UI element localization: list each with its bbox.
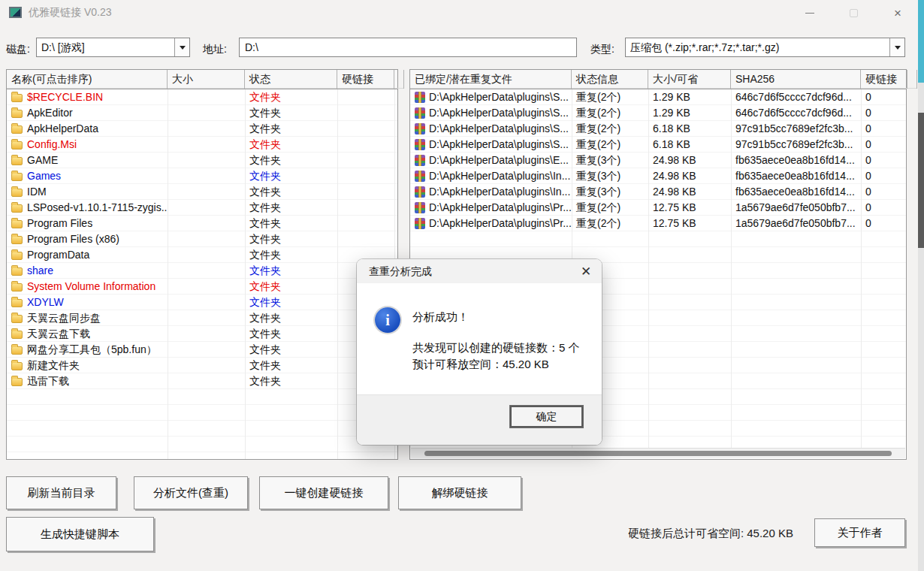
- column-header[interactable]: SHA256: [731, 70, 861, 89]
- generate-script-button[interactable]: 生成快捷键脚本: [6, 517, 154, 551]
- app-icon: [9, 7, 22, 18]
- file-path-cell: D:\ApkHelperData\plugins\Pr...: [410, 216, 572, 231]
- background-fragment: [918, 113, 924, 248]
- column-header[interactable]: 已绑定/潜在重复文件: [410, 70, 572, 89]
- table-row[interactable]: ApkHelperData文件夹: [7, 121, 397, 137]
- folder-name-cell: Games: [7, 168, 168, 184]
- table-row[interactable]: IDM文件夹: [7, 184, 397, 200]
- archive-icon-clasp: [418, 107, 421, 119]
- file-path-cell: D:\ApkHelperData\plugins\S...: [410, 137, 572, 153]
- folder-icon: [11, 362, 23, 370]
- table-row[interactable]: 新建文件夹文件夹: [7, 358, 397, 373]
- table-row[interactable]: D:\ApkHelperData\plugins\E...重复(3个)24.98…: [410, 153, 906, 168]
- table-row[interactable]: GAME文件夹: [7, 153, 397, 168]
- table-row[interactable]: D:\ApkHelperData\plugins\Pr...重复(2个)12.7…: [410, 200, 906, 216]
- column-header[interactable]: 硬链接: [861, 70, 907, 89]
- table-row[interactable]: share文件夹: [7, 263, 397, 279]
- status-info-cell: 重复(3个): [572, 184, 648, 200]
- table-row[interactable]: ApkEditor文件夹: [7, 105, 397, 121]
- table-row[interactable]: D:\ApkHelperData\plugins\In...重复(3个)24.9…: [410, 168, 906, 184]
- address-label: 地址:: [203, 43, 227, 56]
- folder-icon: [11, 157, 23, 165]
- folder-icon: [11, 346, 23, 355]
- table-row[interactable]: 网盘分享工具包（5pb.fun）文件夹: [7, 342, 397, 358]
- folder-icon: [11, 315, 23, 323]
- folder-name: 迅雷下载: [27, 373, 69, 389]
- table-row[interactable]: D:\ApkHelperData\plugins\S...重复(2个)6.18 …: [410, 137, 906, 153]
- size-cell: 1.29 KB: [648, 89, 731, 105]
- maximize-button[interactable]: [836, 0, 871, 26]
- horizontal-scrollbar[interactable]: [411, 448, 905, 458]
- archive-icon-clasp: [418, 92, 421, 103]
- dialog-detail-line2: 预计可释放空间：45.20 KB: [412, 358, 549, 372]
- folder-name: ApkEditor: [27, 105, 73, 121]
- table-row[interactable]: Games文件夹: [7, 168, 397, 184]
- minimize-button[interactable]: [793, 0, 827, 26]
- folder-icon: [11, 236, 23, 244]
- chevron-down-icon[interactable]: [889, 38, 904, 56]
- file-path: D:\ApkHelperData\plugins\Pr...: [429, 200, 572, 216]
- table-row[interactable]: 天翼云盘同步盘文件夹: [7, 310, 397, 326]
- size-cell: [168, 310, 245, 326]
- column-header[interactable]: 名称(可点击排序): [7, 70, 168, 89]
- table-row[interactable]: XDYLW文件夹: [7, 295, 397, 310]
- file-path: D:\ApkHelperData\plugins\Pr...: [429, 216, 572, 231]
- column-header[interactable]: 大小/可省: [648, 70, 731, 89]
- dialog-close-button[interactable]: ✕: [576, 262, 596, 280]
- table-row[interactable]: 迅雷下载文件夹: [7, 373, 397, 389]
- file-path-cell: D:\ApkHelperData\plugins\In...: [410, 168, 572, 184]
- table-row[interactable]: Config.Msi文件夹: [7, 137, 397, 153]
- chevron-down-icon[interactable]: [174, 38, 189, 56]
- column-header[interactable]: 硬链接: [337, 70, 394, 89]
- unbind-hardlinks-button[interactable]: 解绑硬链接: [398, 476, 521, 509]
- folder-icon: [11, 94, 23, 102]
- size-cell: [168, 216, 245, 231]
- disk-select[interactable]: D:\ [游戏]: [36, 38, 190, 57]
- folder-icon: [11, 299, 23, 307]
- folder-name-cell: 天翼云盘下载: [7, 326, 168, 342]
- table-row[interactable]: $RECYCLE.BIN文件夹: [7, 89, 397, 105]
- sha256-cell: 97c91b5cc7689ef2fc3b...: [731, 137, 861, 153]
- table-row[interactable]: LSPosed-v1.10.1-7115-zygis...文件夹: [7, 200, 397, 216]
- file-path: D:\ApkHelperData\plugins\S...: [429, 89, 569, 105]
- sha256-cell: fb635aece0ea8b16fd14...: [731, 184, 861, 200]
- table-row[interactable]: ProgramData文件夹: [7, 247, 397, 263]
- sha256-cell: 97c91b5cc7689ef2fc3b...: [731, 121, 861, 137]
- table-row[interactable]: Program Files (x86)文件夹: [7, 231, 397, 247]
- folder-icon: [11, 283, 23, 292]
- close-button[interactable]: ×: [880, 0, 915, 26]
- size-cell: [168, 184, 245, 200]
- table-row[interactable]: Program Files文件夹: [7, 216, 397, 231]
- status-cell: 文件夹: [245, 326, 337, 342]
- scrollbar-thumb[interactable]: [424, 451, 892, 456]
- analysis-complete-dialog: 查重分析完成 ✕ i 分析成功！ 共发现可以创建的硬链接数：5 个 预计可释放空…: [357, 259, 602, 445]
- address-input[interactable]: [239, 38, 577, 57]
- analyze-files-button[interactable]: 分析文件(查重): [134, 476, 248, 509]
- hardlink-cell: 0: [861, 121, 906, 137]
- hardlink-cell: [337, 231, 394, 247]
- filler-cell: [394, 137, 397, 153]
- type-select[interactable]: 压缩包 (*.zip;*.rar;*.7z;*.tar;*.gz): [625, 38, 905, 57]
- refresh-directory-button[interactable]: 刷新当前目录: [6, 476, 116, 509]
- folder-name: System Volume Information: [27, 279, 156, 295]
- column-header[interactable]: 大小: [168, 70, 245, 89]
- table-row[interactable]: 天翼云盘下载文件夹: [7, 326, 397, 342]
- table-row[interactable]: D:\ApkHelperData\plugins\S...重复(2个)1.29 …: [410, 105, 906, 121]
- about-author-button[interactable]: 关于作者: [814, 518, 905, 547]
- hardlink-cell: 0: [861, 137, 906, 153]
- filler-cell: [394, 184, 397, 200]
- column-header[interactable]: 状态信息: [572, 70, 648, 89]
- status-cell: 文件夹: [245, 295, 337, 310]
- create-hardlinks-button[interactable]: 一键创建硬链接: [259, 476, 388, 509]
- table-row[interactable]: D:\ApkHelperData\plugins\S...重复(2个)1.29 …: [410, 89, 906, 105]
- file-path: D:\ApkHelperData\plugins\S...: [429, 121, 569, 137]
- table-row[interactable]: D:\ApkHelperData\plugins\In...重复(3个)24.9…: [410, 184, 906, 200]
- dialog-message: 分析成功！: [412, 310, 469, 325]
- ok-button[interactable]: 确定: [509, 405, 584, 428]
- table-row[interactable]: System Volume Information文件夹: [7, 279, 397, 295]
- status-info-cell: 重复(2个): [572, 121, 648, 137]
- table-row[interactable]: D:\ApkHelperData\plugins\Pr...重复(2个)12.7…: [410, 216, 906, 231]
- column-header[interactable]: 状态: [245, 70, 337, 89]
- file-path: D:\ApkHelperData\plugins\S...: [429, 137, 569, 153]
- table-row[interactable]: D:\ApkHelperData\plugins\S...重复(2个)6.18 …: [410, 121, 906, 137]
